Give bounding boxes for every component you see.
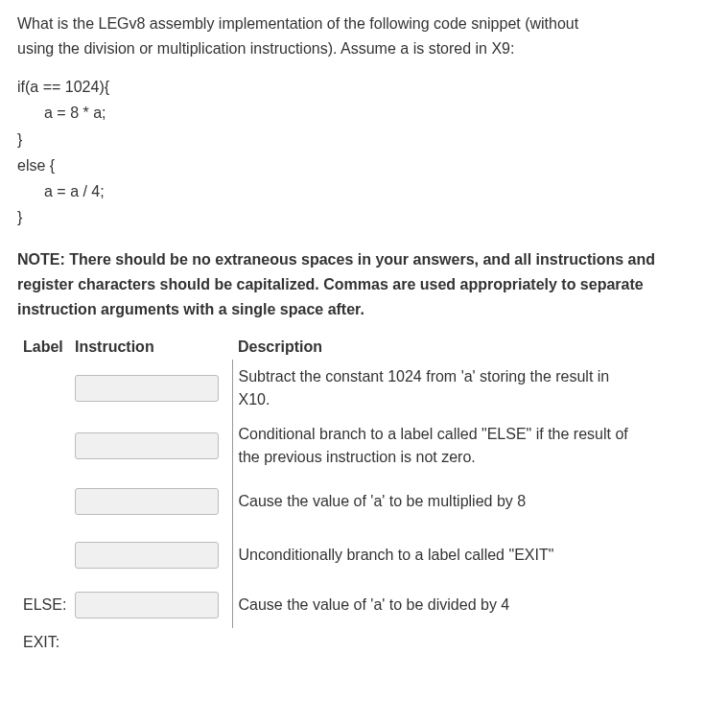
question-text: What is the LEGv8 assembly implementatio… [17, 12, 711, 60]
instruction-input[interactable] [75, 375, 219, 402]
question-line2: using the division or multiplication ins… [17, 40, 514, 57]
instruction-input[interactable] [75, 592, 219, 618]
table-row: Cause the value of 'a' to be multiplied … [17, 475, 711, 528]
header-label: Label [17, 335, 69, 360]
code-line: else { [17, 152, 711, 178]
instruction-input[interactable] [75, 488, 219, 515]
table-row: EXIT: [17, 628, 711, 657]
note-text: NOTE: There should be no extraneous spac… [17, 247, 711, 321]
code-line: } [17, 127, 711, 152]
code-block: if(a == 1024){ a = 8 * a; } else { a = a… [17, 74, 711, 230]
row-description: Cause the value of 'a' to be divided by … [232, 582, 711, 628]
code-line: } [17, 204, 711, 230]
row-label [17, 475, 69, 528]
table-row: Subtract the constant 1024 from 'a' stor… [17, 360, 711, 417]
row-description: Subtract the constant 1024 from 'a' stor… [232, 360, 711, 417]
code-line: if(a == 1024){ [17, 74, 711, 100]
row-label [17, 528, 69, 582]
header-instruction: Instruction [69, 335, 232, 360]
row-label: ELSE: [17, 582, 69, 628]
note-line3: instruction arguments with a single spac… [17, 301, 364, 317]
row-label [17, 360, 69, 417]
table-row: ELSE: Cause the value of 'a' to be divid… [17, 582, 711, 628]
question-line1: What is the LEGv8 assembly implementatio… [17, 15, 578, 32]
row-description: Cause the value of 'a' to be multiplied … [232, 475, 711, 528]
table-row: Unconditionally branch to a label called… [17, 528, 711, 582]
code-line: a = 8 * a; [17, 100, 711, 126]
note-line2: register characters should be capitalize… [17, 276, 644, 292]
row-description: Conditional branch to a label called "EL… [232, 417, 711, 475]
instruction-input[interactable] [75, 542, 219, 569]
row-label [17, 417, 69, 475]
code-line: a = a / 4; [17, 178, 711, 204]
instruction-input[interactable] [75, 432, 219, 459]
row-description: Unconditionally branch to a label called… [232, 528, 711, 582]
header-description: Description [232, 335, 711, 360]
answer-table: Label Instruction Description Subtract t… [17, 335, 711, 657]
note-line1: NOTE: There should be no extraneous spac… [17, 251, 655, 268]
table-row: Conditional branch to a label called "EL… [17, 417, 711, 475]
row-label: EXIT: [17, 628, 69, 657]
